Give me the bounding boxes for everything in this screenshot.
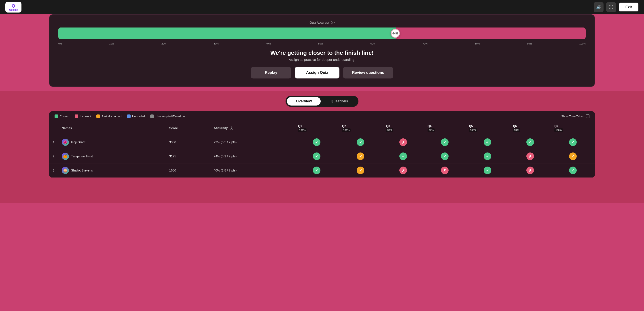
q5-result-row3[interactable]: ✓ [465,164,510,178]
action-buttons: Replay Assign Quiz Review questions [58,67,586,78]
score-3: 1650 [166,164,210,178]
accuracy-header: Accuracy i [210,121,294,135]
result-heading: We're getting closer to the finish line! [58,50,586,56]
rank-3: 3 [49,164,58,178]
tick-20: 20% [162,42,166,45]
tick-50: 50% [318,42,323,45]
progress-bar-fill: 64% [58,28,396,39]
score-table-wrapper: Names Score Accuracy i Q1 100% Q2 [49,121,595,178]
tabs: Overview Questions [286,96,358,107]
score-1: 3350 [166,135,210,149]
ungraded-dot [127,114,130,118]
result-message: We're getting closer to the finish line!… [58,50,586,62]
tick-30: 30% [214,42,219,45]
q2-result-row2[interactable]: ✓ [338,149,382,164]
incorrect-dot [75,114,78,118]
q6-result-row1[interactable]: ✓ [510,135,551,149]
player-name-1: Goji Grant [71,140,86,144]
bottom-section: Overview Questions Correct Incorrect Par… [0,91,644,203]
main-content: Quiz Accuracy i 64% 0% 10% 20% 30% 40% 5… [0,14,644,87]
accuracy-info-icon[interactable]: i [331,21,334,24]
q2-header: Q2 100% [338,121,382,135]
accuracy-table-info[interactable]: i [230,126,233,130]
legend-incorrect: Incorrect [75,114,91,118]
navbar-actions: 🔊 ⛶ Exit [594,2,639,12]
q1-header: Q1 100% [294,121,338,135]
q4-result-row1[interactable]: ✓ [424,135,465,149]
player-cell-1: 🌺 Goji Grant [58,135,166,149]
q2-result-row1[interactable]: ✓ [338,135,382,149]
q3-result-row3[interactable]: ✗ [382,164,424,178]
rank-header [49,121,58,135]
table-row: 3 🧅 Shallot Stevens 1650 40% (2.8 / 7 pt… [49,164,595,178]
tick-100: 100% [580,42,586,45]
q7-result-row3[interactable]: ✓ [551,164,595,178]
q7-result-row2[interactable]: ✓ [551,149,595,164]
tick-60: 60% [370,42,375,45]
tick-70: 70% [422,42,428,45]
tabs-container: Overview Questions [49,96,595,107]
assign-quiz-button[interactable]: Assign Quiz [295,67,340,78]
q4-header: Q4 67% [424,121,465,135]
player-name-3: Shallot Stevens [71,168,93,172]
logo: Q Quizizz [5,2,22,12]
result-subtext: Assign as practice for deeper understand… [58,58,586,62]
q4-result-row2[interactable]: ✓ [424,149,465,164]
replay-button[interactable]: Replay [251,67,291,78]
show-time-checkbox[interactable] [586,114,590,118]
legend-ungraded: Ungraded [127,114,145,118]
tab-overview[interactable]: Overview [287,97,321,106]
legend-partial: Partially correct [96,114,122,118]
fullscreen-button[interactable]: ⛶ [606,2,616,12]
q4-result-row3[interactable]: ✗ [424,164,465,178]
progress-bar-container: 64% [58,28,586,39]
tick-90: 90% [527,42,532,45]
q3-header: Q3 33% [382,121,424,135]
q7-header: Q7 100% [551,121,595,135]
correct-dot [54,114,58,118]
result-card: Quiz Accuracy i 64% 0% 10% 20% 30% 40% 5… [49,14,595,87]
avatar-1: 🌺 [62,138,69,146]
legend: Correct Incorrect Partially correct Ungr… [49,111,595,121]
q5-header: Q5 100% [465,121,510,135]
legend-unattempted: Unattempted/Timed out [150,114,186,118]
accuracy-2: 74% (5.2 / 7 pts) [210,149,294,164]
q7-result-row1[interactable]: ✓ [551,135,595,149]
tab-questions[interactable]: Questions [322,97,357,106]
legend-correct: Correct [54,114,69,118]
q3-result-row1[interactable]: ✗ [382,135,424,149]
rank-1: 1 [49,135,58,149]
volume-button[interactable]: 🔊 [594,2,604,12]
table-row: 1 🌺 Goji Grant 3350 79% (5.5 / 7 pts) ✓ … [49,135,595,149]
q6-result-row2[interactable]: ✗ [510,149,551,164]
navbar: Q Quizizz 🔊 ⛶ Exit [0,0,644,14]
exit-button[interactable]: Exit [619,2,639,12]
q2-result-row3[interactable]: ✓ [338,164,382,178]
unattempted-dot [150,114,154,118]
accuracy-label: Quiz Accuracy i [58,21,586,24]
tick-10: 10% [109,42,114,45]
tick-40: 40% [266,42,271,45]
score-header: Score [166,121,210,135]
show-time-taken: Show Time Taken [561,114,590,118]
q1-result-row3[interactable]: ✓ [294,164,338,178]
logo-text: Quizizz [9,8,18,11]
avatar-2: 🍊 [62,153,69,160]
rank-2: 2 [49,149,58,164]
q5-result-row1[interactable]: ✓ [465,135,510,149]
review-questions-button[interactable]: Review questions [343,67,393,78]
q6-header: Q6 33% [510,121,551,135]
accuracy-marker: 64% [391,29,400,38]
q1-result-row2[interactable]: ✓ [294,149,338,164]
names-header: Names [58,121,166,135]
q3-result-row2[interactable]: ✓ [382,149,424,164]
q1-result-row1[interactable]: ✓ [294,135,338,149]
table-row: 2 🍊 Tangerine Twist 3125 74% (5.2 / 7 pt… [49,149,595,164]
q5-result-row2[interactable]: ✓ [465,149,510,164]
tick-marks: 0% 10% 20% 30% 40% 50% 60% 70% 80% 90% 1… [58,41,586,45]
accuracy-3: 40% (2.8 / 7 pts) [210,164,294,178]
avatar-3: 🧅 [62,167,69,174]
player-cell-2: 🍊 Tangerine Twist [58,149,166,164]
q6-result-row3[interactable]: ✗ [510,164,551,178]
score-2: 3125 [166,149,210,164]
